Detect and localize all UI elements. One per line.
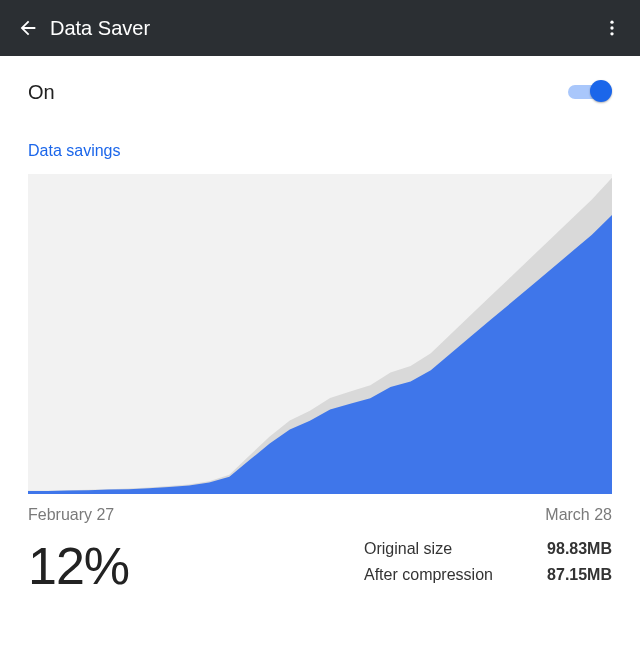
- app-bar: Data Saver: [0, 0, 640, 56]
- data-saver-toggle[interactable]: [568, 80, 612, 104]
- compressed-size-label: After compression: [364, 562, 514, 588]
- chart-svg: [28, 174, 612, 494]
- start-date: February 27: [28, 506, 114, 524]
- toggle-label: On: [28, 81, 55, 104]
- compressed-size-value: 87.15MB: [532, 562, 612, 588]
- compressed-area: [28, 215, 612, 494]
- switch-thumb: [590, 80, 612, 102]
- original-size-value: 98.83MB: [532, 536, 612, 562]
- svg-point-2: [610, 32, 613, 35]
- original-size-label: Original size: [364, 536, 514, 562]
- overflow-menu-button[interactable]: [596, 12, 628, 44]
- compressed-size-row: After compression 87.15MB: [364, 562, 612, 588]
- arrow-left-icon: [17, 17, 39, 39]
- savings-percent: 12%: [28, 536, 129, 596]
- data-savings-label: Data savings: [28, 116, 612, 174]
- stats-row: 12% Original size 98.83MB After compress…: [28, 532, 612, 596]
- more-vert-icon: [602, 18, 622, 38]
- content-area: On Data savings February 27 March 28 12%…: [0, 56, 640, 596]
- end-date: March 28: [545, 506, 612, 524]
- size-table: Original size 98.83MB After compression …: [364, 536, 612, 587]
- data-savings-chart: [28, 174, 612, 494]
- back-button[interactable]: [12, 12, 44, 44]
- toggle-row: On: [28, 56, 612, 116]
- svg-point-0: [610, 21, 613, 24]
- svg-point-1: [610, 26, 613, 29]
- original-size-row: Original size 98.83MB: [364, 536, 612, 562]
- date-range-row: February 27 March 28: [28, 494, 612, 532]
- page-title: Data Saver: [50, 17, 596, 40]
